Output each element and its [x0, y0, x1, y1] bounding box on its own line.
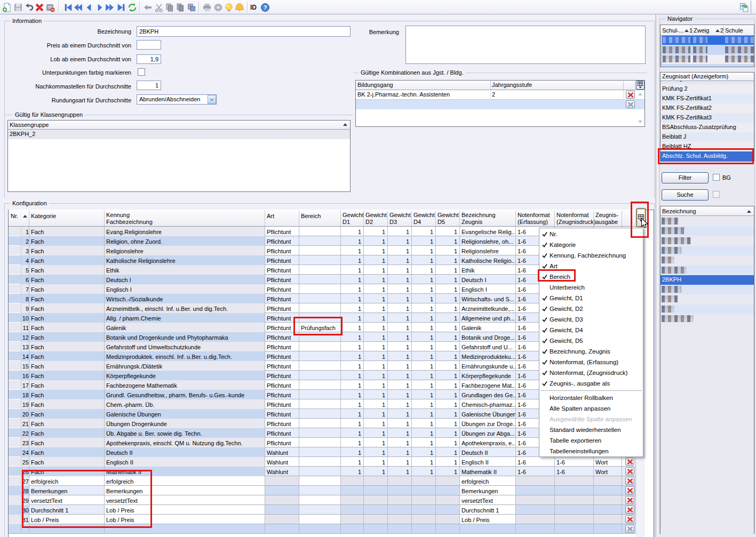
svg-text:?: ?: [264, 4, 267, 11]
